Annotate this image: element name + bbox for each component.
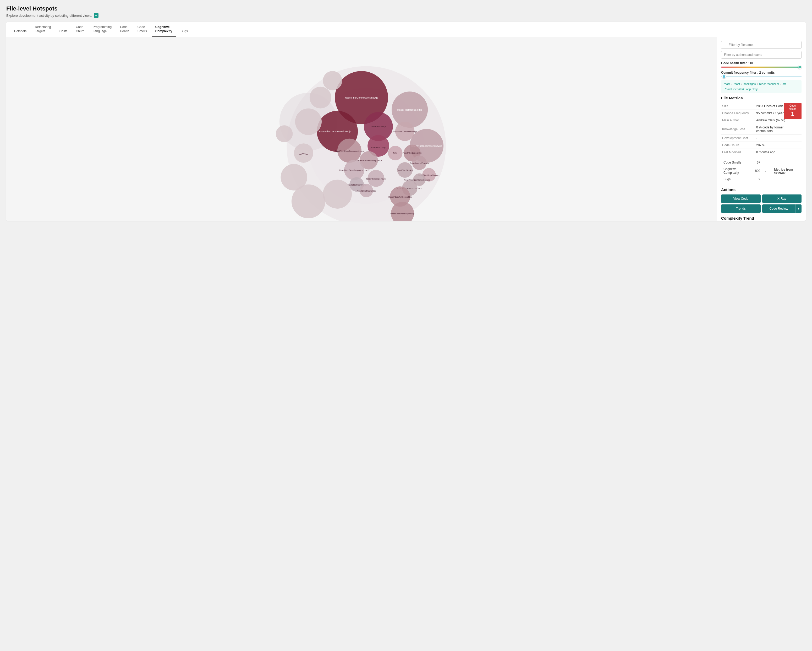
sonar-row: Code Smells67	[721, 159, 763, 166]
metrics-value: 0 months ago	[755, 149, 801, 156]
metrics-row: Development Cost-	[721, 135, 801, 142]
metrics-area: Size2867 Lines of CodeChange Frequency95…	[721, 103, 801, 156]
breadcrumb-part-0[interactable]: react	[724, 82, 730, 86]
sidebar-inner: Filter by authors and teams Code health …	[717, 37, 806, 221]
bubble-label-b22: ReactFiberWorkLoop.new.js	[391, 212, 415, 215]
trend-section: Complexity Trend 2020	[721, 216, 801, 221]
add-button[interactable]: +	[94, 13, 99, 18]
x-ray-button[interactable]: X-Ray	[762, 194, 802, 203]
bubble-chart[interactable]: ReactFiberCommitWork.new.jsReactFiberCom…	[6, 37, 717, 221]
commit-slider-track[interactable]	[721, 76, 801, 77]
filter-input-wrap	[721, 41, 801, 49]
code-health-badge: Code Health 1	[784, 103, 801, 119]
breadcrumb-filename: ReactFiberWorkLoop.old.js	[724, 87, 799, 92]
page-subtitle: Explore development activity by selectin…	[6, 13, 806, 18]
sonar-metrics-row: Code Smells67Cognitive Complexity809Bugs…	[721, 159, 801, 184]
bubble-label-b13: ReactFiberClassComponent.new.js	[339, 169, 369, 171]
metrics-value: 287 %	[755, 142, 801, 149]
tabs-bar: HotspotsRefactoring TargetsCostsCode Chu…	[6, 22, 806, 37]
metrics-label: Last Modified	[721, 149, 755, 156]
bubble-label-b5: ReactFiberHooks.old.js	[397, 108, 423, 111]
tab-bugs[interactable]: Bugs	[177, 26, 191, 37]
bubble-label-b16: ReactFiberScope.new.js	[366, 178, 387, 180]
bubble-label-b8: forks	[393, 152, 397, 154]
code-health-slider-thumb[interactable]	[798, 65, 801, 69]
bubble-label-b3: ReactFiber.new.js	[371, 126, 386, 128]
bubble-svg: ReactFiberCommitWork.new.jsReactFiberCom…	[6, 37, 717, 221]
page-title: File-level Hotspots	[6, 5, 806, 12]
main-card: HotspotsRefactoring TargetsCostsCode Chu…	[6, 22, 806, 221]
bubble-b28[interactable]	[323, 180, 352, 209]
sonar-row: Bugs2	[721, 176, 763, 183]
metrics-label: Code Churn	[721, 142, 755, 149]
actions-title: Actions	[721, 187, 801, 192]
view-code-button[interactable]: View Code	[721, 194, 761, 203]
bubble-label-b21: ReactFiberWorkLoop.old.js	[388, 196, 412, 198]
bubble-label-b2: ReactFiberCommitWork.old.js	[319, 130, 351, 133]
code-health-slider-track[interactable]	[721, 67, 801, 67]
page-wrapper: File-level Hotspots Explore development …	[0, 0, 812, 651]
bubble-b24[interactable]	[310, 87, 331, 108]
actions-section: Actions View Code X-Ray Trends Code Revi…	[721, 187, 801, 213]
metrics-row: Knowledge Loss0 % code by former contrib…	[721, 124, 801, 135]
sidebar-panel: Filter by authors and teams Code health …	[717, 37, 806, 221]
metrics-value: 0 % code by former contributors	[755, 124, 801, 135]
tab-costs[interactable]: Costs	[56, 26, 71, 37]
breadcrumb: react / react / packages / react-reconci…	[721, 80, 801, 93]
metrics-row: Code Churn287 %	[721, 142, 801, 149]
breadcrumb-part-2[interactable]: packages	[743, 82, 756, 86]
sonar-note: Metrics from SONAR	[774, 168, 801, 175]
metrics-label: Development Cost	[721, 135, 755, 142]
commit-slider-wrap	[721, 76, 801, 77]
bubble-label-b12: ReactInternalTypes.js	[410, 162, 429, 164]
tab-code-health[interactable]: Code Health	[116, 22, 133, 37]
code-review-split-button: Code Review ▾	[762, 205, 802, 213]
sonar-table: Code Smells67Cognitive Complexity809Bugs…	[721, 159, 763, 183]
metrics-label: Main Author	[721, 117, 755, 124]
code-health-filter-label: Code health filter : 10	[721, 61, 801, 65]
filename-filter-input[interactable]	[721, 41, 801, 49]
bubble-label-b25: __tests__	[299, 152, 308, 154]
bubble-label-b1: ReactFiberCommitWork.new.js	[345, 96, 378, 99]
bubble-label-b9: ReactFiberClassComponent.old.js	[335, 150, 364, 152]
tab-programming[interactable]: Programming Language	[89, 22, 115, 37]
bubble-label-b14: ReactFiberStack.js	[397, 169, 413, 171]
sonar-row: Cognitive Complexity809	[721, 166, 763, 176]
tab-code-smells[interactable]: Code Smells	[134, 22, 151, 37]
code-review-dropdown-button[interactable]: ▾	[795, 205, 801, 213]
bubble-label-b10: ReactFiberLane.old.js	[403, 152, 422, 154]
content-area: ReactFiberCommitWork.new.jsReactFiberCom…	[6, 37, 806, 221]
bubble-label-b4: ReactFiber.old.js	[371, 146, 386, 148]
tab-cognitive[interactable]: Cognitive Complexity	[152, 22, 176, 37]
code-health-slider-wrap	[721, 67, 801, 67]
trend-title: Complexity Trend	[721, 216, 801, 220]
bubble-b30[interactable]	[323, 71, 342, 90]
metrics-row: Last Modified0 months ago	[721, 149, 801, 156]
metrics-label: Knowledge Loss	[721, 124, 755, 135]
commit-slider-thumb[interactable]	[722, 75, 726, 78]
tab-refactoring[interactable]: Refactoring Targets	[31, 22, 55, 37]
metrics-label: Size	[721, 103, 755, 110]
authors-filter-select[interactable]: Filter by authors and teams	[721, 51, 801, 59]
arrow-indicator: ←	[764, 168, 769, 174]
breadcrumb-part-3[interactable]: react-reconciler	[759, 82, 779, 86]
bubble-label-b20: ReactChildFiber.old.js	[357, 190, 376, 192]
metrics-label: Change Frequency	[721, 110, 755, 117]
breadcrumb-part-4[interactable]: src	[783, 82, 787, 86]
bubble-b27[interactable]	[292, 185, 325, 218]
tab-code-churn[interactable]: Code Churn	[72, 22, 88, 37]
bubble-label-b6: ReactFiberTreeReflection.js	[393, 130, 417, 133]
metrics-value: -	[755, 135, 801, 142]
breadcrumb-part-1[interactable]: react	[734, 82, 740, 86]
actions-grid: View Code X-Ray Trends Code Review ▾	[721, 194, 801, 213]
file-metrics-title: File Metrics	[721, 96, 801, 100]
code-review-button[interactable]: Code Review	[762, 205, 796, 213]
tab-hotspots[interactable]: Hotspots	[11, 26, 30, 37]
bubble-b23[interactable]	[295, 108, 322, 135]
trends-button[interactable]: Trends	[721, 205, 761, 213]
bubble-b29[interactable]	[276, 125, 293, 142]
commit-filter-label: Commit frequency filter : 2 commits	[721, 71, 801, 75]
